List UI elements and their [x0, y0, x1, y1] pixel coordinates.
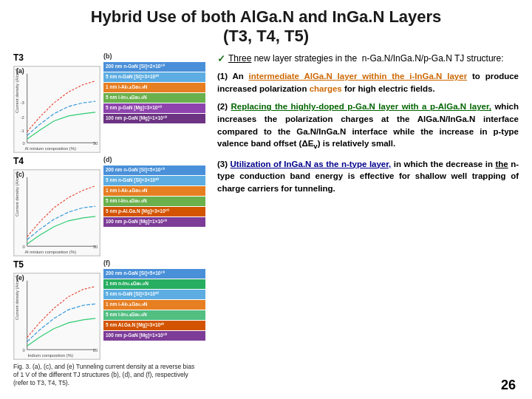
layer-t3-2: 5 nm n-GaN [Si]=3×10²⁰: [103, 72, 205, 82]
svg-text:Current density (A/cm²): Current density (A/cm²): [15, 171, 19, 216]
item3-text: Utilization of InGa.N as the n-type laye…: [217, 160, 519, 193]
layer-t3-3: 1 nm i-Al₀.₁Ga₀.₉N: [103, 83, 205, 92]
checkmark-icon: ✓: [217, 52, 225, 66]
layer-t5-1: 200 nm n-GaN [Si]=5×10¹⁹: [103, 269, 205, 279]
layer-t4-2: 5 nm n-GaN [Si]=3×10²⁰: [103, 176, 205, 185]
layer-diagram-t5: (f) 200 nm n-GaN [Si]=5×10¹⁹ 1 nm n-In₀.…: [103, 259, 205, 341]
layer-t5-6: 5 nm Al.Ga.N [Mg]=3×10²⁰: [103, 321, 205, 330]
page-number-area: 26: [217, 372, 519, 393]
layer-t4-1: 200 nm n-GaN [Si]=5×10¹⁹: [103, 166, 205, 175]
fig-f-label: (f): [103, 259, 205, 267]
svg-text:Indium composition (%): Indium composition (%): [27, 353, 72, 358]
check-text: Three new layer strategies in the n-Ga.N…: [228, 52, 504, 66]
figure-caption: Fig. 3. (a), (c), and (e) Tunneling curr…: [13, 363, 205, 387]
t4-label: T4: [13, 156, 100, 166]
item3-num: (3): [217, 160, 231, 168]
check-underline: Three: [228, 53, 251, 64]
figure-t5-block: T5 (e) Current density (A/cm²) Indium co…: [13, 259, 205, 360]
layer-t3-4: 5 nm i-In₀.₁Ga₀.₉N: [103, 93, 205, 103]
svg-text:30: 30: [93, 245, 98, 249]
item2-text: Replacing the highly-doped p-Ga.N layer …: [217, 102, 519, 148]
layer-t5-2: 1 nm n-In₀.₁Ga₀.₉N: [103, 279, 205, 289]
svg-text:Current density (A/cm²): Current density (A/cm²): [15, 68, 19, 113]
svg-text:20: 20: [93, 348, 98, 352]
layer-t5-7: 100 nm p-GaN [Mg]=1×10¹⁸: [103, 331, 205, 341]
content-area: T3 (a) Current density (A/cm²) Al minium…: [13, 52, 519, 393]
fig-d-label: (d): [103, 156, 205, 163]
figures-column: T3 (a) Current density (A/cm²) Al minium…: [13, 52, 205, 393]
item2-num: (2): [217, 102, 231, 111]
layer-t5-4: 1 nm i-Al₀.₁Ga₀.₉N: [103, 300, 205, 310]
svg-text:-2: -2: [21, 115, 24, 120]
layer-t3-6: 100 nm p-GaN [Mg]=1×10¹⁸: [103, 114, 205, 123]
figure-t3-block: T3 (a) Current density (A/cm²) Al minium…: [13, 52, 205, 153]
t3-label: T3: [13, 52, 100, 63]
numbered-item-2: (2) Replacing the highly-doped p-Ga.N la…: [217, 100, 519, 151]
layer-t5-5: 5 nm i-In₀.₁Ga₀.₉N: [103, 310, 205, 320]
svg-text:-1: -1: [21, 129, 24, 133]
layer-t4-3: 1 nm i-Al₀.₁Ga₀.₉N: [103, 186, 205, 196]
graph-a: (a) Current density (A/cm²) Al minium co…: [13, 66, 100, 153]
numbered-item-3: (3) Utilization of InGa.N as the n-type …: [217, 158, 519, 195]
numbered-item-1: (1) An intermediate AlGa.N layer within …: [217, 70, 519, 95]
svg-text:Al minium composition (%): Al minium composition (%): [24, 146, 76, 151]
svg-text:Al minium composition (%): Al minium composition (%): [24, 250, 76, 254]
text-column: ✓ Three new layer strategies in the n-Ga…: [213, 52, 519, 393]
item1-text: An intermediate AlGa.N layer within the …: [217, 72, 519, 93]
layer-diagram-t4: (d) 200 nm n-GaN [Si]=5×10¹⁹ 5 nm n-GaN …: [103, 156, 205, 227]
figure-t4-block: T4 (c) Current density (A/cm²) Al minium…: [13, 156, 205, 256]
layer-t4-5: 5 nm p-Al.Ga.N [Mg]=3×10²⁰: [103, 207, 205, 216]
page-title: Hybrid Use of both AlGa.N and InGa.N Lay…: [13, 7, 519, 47]
layer-t3-1: 200 nm n-GaN [Si]=2×10¹⁹: [103, 62, 205, 72]
page: Hybrid Use of both AlGa.N and InGa.N Lay…: [0, 0, 532, 399]
layer-t5-3: 5 nm n-GaN [Si]=3×10²⁰: [103, 290, 205, 299]
t5-label: T5: [13, 259, 100, 270]
numbered-items: (1) An intermediate AlGa.N layer within …: [217, 70, 519, 195]
layer-t4-6: 100 nm p-GaN [Mg]=1×10¹⁸: [103, 217, 205, 227]
svg-text:30: 30: [93, 141, 98, 146]
fig-b-label: (b): [103, 52, 205, 60]
page-number: 26: [501, 378, 519, 393]
svg-text:Current density (A/cm²): Current density (A/cm²): [15, 275, 19, 320]
layer-t4-4: 5 nm i-In₀.₁Ga₀.₉N: [103, 197, 205, 206]
layer-diagram-t3: (b) 200 nm n-GaN [Si]=2×10¹⁹ 5 nm n-GaN …: [103, 52, 205, 123]
graph-c: (c) Current density (A/cm²) Al minium co…: [13, 169, 100, 256]
check-item: ✓ Three new layer strategies in the n-Ga…: [217, 52, 519, 66]
graph-e: (e) Current density (A/cm²) Indium compo…: [13, 273, 100, 360]
layer-t3-5: 5 nm p-GaN [Mg]=3×10²⁰: [103, 103, 205, 113]
item1-num: (1): [217, 72, 232, 81]
svg-text:-3: -3: [21, 100, 25, 105]
